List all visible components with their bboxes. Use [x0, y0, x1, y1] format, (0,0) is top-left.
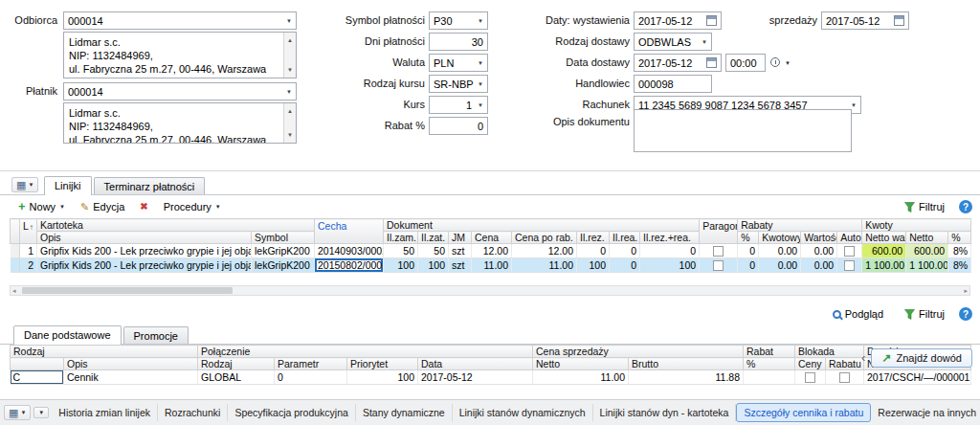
- nowy-button[interactable]: + Nowy ▼: [11, 199, 72, 214]
- checkbox-ceny[interactable]: [805, 372, 815, 383]
- data-dostawy-input[interactable]: 2017-05-12: [634, 54, 722, 72]
- calendar-icon[interactable]: [706, 57, 717, 68]
- help-icon[interactable]: ?: [959, 200, 972, 213]
- lines-tab-1[interactable]: Linijki: [44, 176, 92, 195]
- footer-view-selector[interactable]: ▦ ▼: [4, 405, 31, 420]
- data-sprzedazy-input[interactable]: 2017-05-12: [821, 11, 909, 30]
- column-group-polaczenie[interactable]: Połączenie: [198, 346, 533, 358]
- bottom-tab-1[interactable]: Historia zmian linijek: [52, 404, 158, 421]
- scroll-up-icon[interactable]: ▲: [287, 104, 293, 118]
- column-group-kwoty[interactable]: Kwoty: [862, 219, 971, 232]
- delete-button[interactable]: ✖: [133, 200, 154, 213]
- clock-icon[interactable]: [770, 57, 780, 67]
- rodzaj-kursu-select[interactable]: SR-NBP ▼: [429, 75, 488, 93]
- column-subheader[interactable]: Wartość: [801, 232, 837, 244]
- handlowiec-input[interactable]: 000098: [634, 75, 712, 93]
- column-subheader[interactable]: Netto wal.: [862, 232, 906, 244]
- odbiorca-select[interactable]: 000014 ▼: [63, 11, 297, 30]
- column-group-dokument[interactable]: Dokument: [384, 219, 700, 232]
- column-subheader[interactable]: Il.zat.: [418, 232, 449, 244]
- bottom-tab-2[interactable]: Rozrachunki: [158, 404, 228, 421]
- column-group-kartoteka[interactable]: Kartoteka: [37, 219, 315, 232]
- rodzaj-dostawy-select[interactable]: ODBWLAS ▼: [634, 33, 712, 51]
- column-subheader[interactable]: Symbol: [252, 232, 315, 244]
- checkbox-paragon[interactable]: [713, 260, 724, 271]
- help-icon[interactable]: ?: [959, 307, 972, 321]
- checkbox-auto[interactable]: [844, 260, 855, 271]
- data-dostawy-time-input[interactable]: 00:00: [725, 54, 766, 72]
- column-subheader[interactable]: Rodzaj: [198, 358, 275, 370]
- data-wystawienia-input[interactable]: 2017-05-12: [634, 11, 722, 30]
- bottom-tab-7[interactable]: Szczegóły cennika i rabatu: [736, 403, 871, 422]
- column-subheader[interactable]: Parametr: [275, 358, 347, 370]
- column-subheader[interactable]: Cena: [472, 232, 512, 244]
- column-group-rodzaj[interactable]: Rodzaj: [11, 346, 198, 358]
- column-subheader[interactable]: Data: [418, 358, 533, 370]
- column-subheader[interactable]: Opis: [37, 232, 252, 244]
- horizontal-scrollbar[interactable]: ◂ ▸: [10, 285, 970, 296]
- bottom-tab-3[interactable]: Specyfikacja produkcyjna: [228, 404, 355, 421]
- chevron-down-icon[interactable]: ▼: [785, 60, 791, 66]
- cell-kod[interactable]: C: [11, 370, 64, 385]
- lines-tab-2[interactable]: Terminarz płatności: [94, 177, 206, 194]
- column-group-rabaty[interactable]: Rabaty: [738, 219, 862, 232]
- row-selector-header[interactable]: [11, 219, 20, 244]
- filtruj-button[interactable]: Filtruj: [898, 199, 951, 214]
- filtruj-button[interactable]: Filtruj: [898, 306, 951, 322]
- column-header-l[interactable]: L↑: [20, 219, 37, 244]
- opis-dokumentu-textarea[interactable]: [634, 109, 852, 152]
- column-subheader[interactable]: Il.zam.: [384, 232, 418, 244]
- column-subheader[interactable]: Priorytet: [347, 358, 418, 370]
- calendar-icon[interactable]: [894, 15, 904, 26]
- column-subheader[interactable]: Opis: [64, 358, 198, 370]
- scroll-down-icon[interactable]: ▼: [287, 128, 293, 142]
- column-group-cena-sprzedazy[interactable]: Cena sprzedaży: [533, 346, 744, 358]
- scroll-left-icon[interactable]: ◂: [12, 287, 16, 295]
- column-subheader[interactable]: JM: [449, 232, 472, 244]
- rabat-input[interactable]: 0: [429, 117, 488, 135]
- column-subheader[interactable]: Il.rez.: [577, 232, 610, 244]
- column-subheader[interactable]: Auto: [837, 232, 862, 244]
- lines-view-selector[interactable]: ▦ ▼: [11, 177, 38, 192]
- checkbox-rabatu[interactable]: [839, 372, 850, 383]
- symbol-platnosci-select[interactable]: P30 ▼: [429, 11, 488, 30]
- column-subheader[interactable]: %: [948, 232, 971, 244]
- column-subheader[interactable]: Il.rez.+rea.: [640, 232, 700, 244]
- row-selector[interactable]: [11, 258, 20, 273]
- checkbox-paragon[interactable]: [713, 246, 724, 257]
- column-subheader[interactable]: Netto: [906, 232, 948, 244]
- column-subheader[interactable]: Rabatu: [826, 358, 864, 370]
- details-tab-2[interactable]: Promocje: [123, 326, 189, 344]
- calendar-icon[interactable]: [706, 15, 717, 26]
- edycja-button[interactable]: ✎ Edycja: [74, 199, 131, 214]
- detail-row[interactable]: CCennikGLOBAL01002017-05-1211.0011.88201…: [11, 370, 971, 385]
- column-subheader[interactable]: Cena po rab.: [512, 232, 577, 244]
- scrollbar[interactable]: ▲▼: [283, 103, 296, 143]
- procedury-button[interactable]: Procedury ▼: [157, 199, 228, 214]
- odbiorca-address[interactable]: Lidmar s.c. NIP: 1132484969, ul. Fabrycz…: [63, 32, 297, 78]
- scroll-down-icon[interactable]: ▼: [287, 63, 293, 77]
- kurs-combo[interactable]: 1 ▼: [429, 96, 488, 114]
- scroll-up-icon[interactable]: ▲: [287, 34, 293, 47]
- column-subheader[interactable]: Kwotowy: [759, 232, 801, 244]
- column-subheader[interactable]: [11, 358, 64, 370]
- bottom-tab-4[interactable]: Stany dynamiczne: [356, 404, 453, 421]
- scrollbar-thumb[interactable]: [22, 287, 233, 294]
- column-subheader[interactable]: Brutto: [629, 358, 744, 370]
- bottom-tab-5[interactable]: Linijki stanów dynamicznych: [453, 404, 593, 421]
- line-row[interactable]: 1Gripfix Kids 200 - Lek przeciwko grypie…: [11, 244, 971, 258]
- bottom-tab-6[interactable]: Linijki stanów dyn - kartoteka: [593, 404, 737, 421]
- line-row[interactable]: 2Gripfix Kids 200 - Lek przeciwko grypie…: [11, 258, 971, 273]
- column-group-blokada[interactable]: Blokada: [795, 346, 864, 358]
- column-subheader[interactable]: Ceny: [795, 358, 826, 370]
- column-subheader[interactable]: %: [738, 232, 759, 244]
- platnik-select[interactable]: 000014 ▼: [63, 82, 297, 101]
- znajdz-dowod-button[interactable]: ↗ Znajdź dowód: [871, 348, 972, 368]
- column-header-paragon[interactable]: Paragon: [700, 219, 738, 244]
- column-subheader[interactable]: Netto: [533, 358, 629, 370]
- checkbox-auto[interactable]: [844, 246, 855, 257]
- row-selector[interactable]: [11, 244, 20, 258]
- scroll-right-icon[interactable]: ▸: [964, 287, 968, 295]
- collapse-left-icon[interactable]: ‹: [861, 352, 865, 364]
- platnik-address[interactable]: Lidmar s.c. NIP: 1132484969, ul. Fabrycz…: [63, 102, 297, 144]
